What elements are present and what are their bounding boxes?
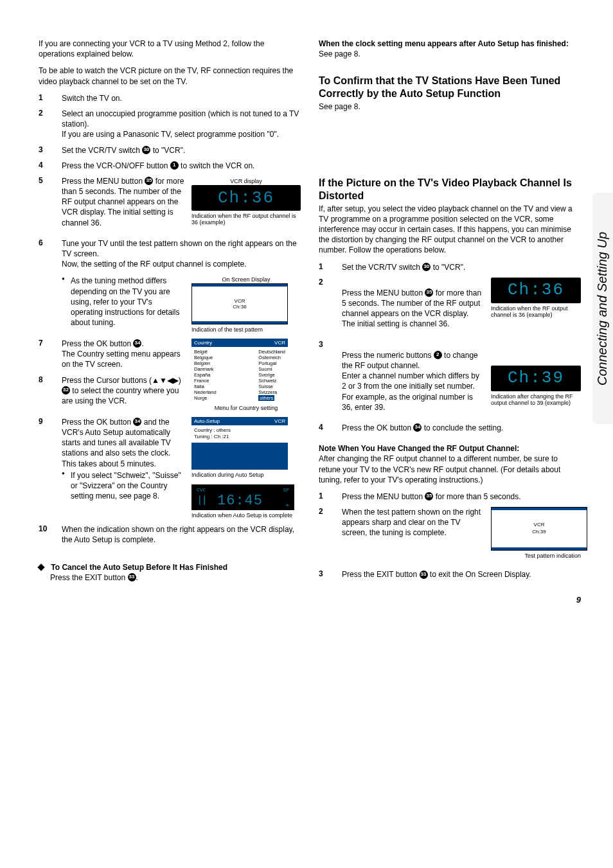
badge-30: 30	[142, 146, 150, 154]
clock-note: When the clock setting menu appears afte…	[319, 39, 581, 59]
badge-33: 33	[128, 573, 136, 581]
step-9: 9 Press the OK button 34 and the VCR's A…	[39, 417, 185, 502]
badge-34: 34	[133, 339, 141, 348]
right-column: When the clock setting menu appears afte…	[319, 39, 581, 589]
n-osd-fig: VCR Ch:39 Test pattern indication	[491, 507, 581, 559]
d-step-3: 3 Press the numeric buttons 2 to change …	[319, 340, 581, 418]
d-step-4: 4 Press the OK button 34 to conclude the…	[319, 423, 581, 433]
step-5: 5 Press the MENU button 35 for more than…	[39, 176, 185, 228]
step-6: 6 Tune your TV until the test pattern sh…	[39, 238, 301, 270]
step-4: 4 Press the VCR-ON/OFF button 1 to switc…	[39, 161, 301, 171]
test-pattern-screen: VCR Ch:36	[191, 283, 288, 324]
vcr-display-fig: VCR display Ch:36 Indication when the RF…	[191, 176, 301, 233]
auto-setup-screen: Auto-SetupVCR Country : others Tuning : …	[191, 417, 288, 470]
step-2: 2 Select an unoccupied programme positio…	[39, 109, 301, 140]
badge-1: 1	[170, 161, 179, 170]
country-col-b: DeutschlandÖsterreichPortugalSuomiSverig…	[258, 349, 285, 401]
n-step-3: 3 Press the EXIT button 33 to exit the O…	[319, 569, 581, 580]
vcr-time-display: CVC SP || 16:45 ✳	[191, 484, 294, 510]
auto-setup-fig: Auto-SetupVCR Country : others Tuning : …	[191, 417, 301, 519]
heading-confirm: To Confirm that the TV Stations Have Bee…	[319, 75, 581, 100]
left-column: If you are connecting your VCR to a TV u…	[39, 39, 301, 589]
test-pattern-screen-2: VCR Ch:39	[491, 507, 587, 551]
d-step-2: 2 Press the MENU button 35 for more than…	[319, 278, 581, 335]
columns: If you are connecting your VCR to a TV u…	[39, 39, 581, 589]
step-5-row: 5 Press the MENU button 35 for more than…	[39, 176, 301, 233]
step-9-row: 9 Press the OK button 34 and the VCR's A…	[39, 417, 301, 519]
heading-distorted: If the Picture on the TV's Video Playbac…	[319, 177, 581, 202]
page-number: 9	[576, 595, 581, 605]
step-6-sub: As the tuning method differs depending o…	[39, 274, 301, 333]
step-1: 1 Switch the TV on.	[39, 93, 301, 103]
n-step-1: 1 Press the MENU button 35 for more than…	[319, 492, 581, 502]
step-8: 8 Press the Cursor buttons (▲▼◀▶) 32 to …	[39, 375, 185, 407]
cancel-block: To Cancel the Auto Setup Before It Has F…	[39, 562, 301, 583]
step-7-8-row: 7 Press the OK button 34. The Country se…	[39, 339, 301, 412]
step-7: 7 Press the OK button 34. The Country se…	[39, 339, 185, 370]
side-tab-label: Connecting and Setting Up	[596, 231, 610, 385]
badge-32: 32	[62, 386, 70, 394]
osd-fig: On Screen Display VCR Ch:36 Indication o…	[191, 274, 301, 333]
country-menu-fig: CountryVCR BelgiëBelgiqueBelgienDanmarkE…	[191, 339, 301, 412]
d-step-1: 1 Set the VCR/TV switch 30 to "VCR".	[319, 262, 581, 272]
n-step-2: 2 When the test pattern shown on the rig…	[319, 507, 581, 564]
country-col-a: BelgiëBelgiqueBelgienDanmarkEspañaFrance…	[194, 349, 217, 401]
intro-1: If you are connecting your VCR to a TV u…	[39, 39, 301, 59]
step-10: 10 When the indication shown on the righ…	[39, 524, 301, 545]
segment-display-ch36: Ch:36	[191, 185, 301, 211]
side-tab: Connecting and Setting Up	[592, 193, 613, 424]
badge-35: 35	[145, 177, 153, 185]
note-rf-change: Note When You Have Changed the RF Output…	[319, 443, 581, 485]
step-3: 3 Set the VCR/TV switch 30 to "VCR".	[39, 145, 301, 155]
d-ch39-fig: Ch:39 Indication after changing the RF o…	[491, 366, 581, 412]
intro-2: To be able to watch the VCR picture on t…	[39, 66, 301, 86]
page: Connecting and Setting Up If you are con…	[0, 0, 613, 615]
badge-2: 2	[434, 351, 442, 359]
country-menu: CountryVCR BelgiëBelgiqueBelgienDanmarkE…	[191, 339, 288, 403]
d-ch36-fig: Ch:36 Indication when the RF output chan…	[491, 278, 581, 330]
diamond-icon	[37, 564, 44, 571]
